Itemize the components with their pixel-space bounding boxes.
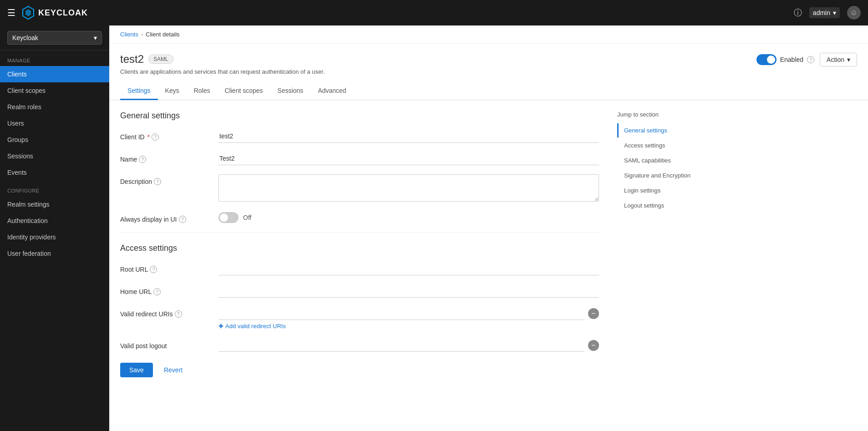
home-url-label: Home URL ? [120, 284, 211, 295]
enabled-label: Enabled [780, 56, 803, 63]
save-button[interactable]: Save [120, 363, 153, 377]
description-input-wrapper [218, 174, 599, 203]
content-area: General settings Client ID * ? Name [109, 100, 868, 388]
realm-dropdown-icon: ▾ [94, 34, 97, 41]
tab-roles-label: Roles [194, 87, 210, 94]
sidebar-item-events[interactable]: Events [0, 164, 109, 181]
valid-post-logout-label: Valid post logout [120, 339, 211, 350]
valid-redirect-label: Valid redirect URIs ? [120, 307, 211, 318]
sidebar-item-groups[interactable]: Groups [0, 132, 109, 148]
jump-general-settings-label: General settings [624, 127, 667, 134]
valid-post-logout-input[interactable] [218, 339, 584, 352]
svg-marker-1 [25, 9, 31, 16]
jump-signature-encryption-label: Signature and Encryption [624, 172, 690, 179]
valid-redirect-help-icon[interactable]: ? [175, 310, 182, 318]
always-display-field: Always display in UI ? Off [120, 212, 599, 223]
action-button[interactable]: Action ▾ [820, 53, 857, 66]
name-input[interactable] [218, 152, 599, 165]
sidebar-item-authentication[interactable]: Authentication [0, 213, 109, 229]
description-textarea[interactable] [218, 174, 599, 202]
home-url-input[interactable] [218, 284, 599, 298]
tab-settings[interactable]: Settings [120, 82, 158, 100]
help-icon[interactable]: ⓘ [794, 7, 802, 18]
tab-advanced-label: Advanced [318, 87, 346, 94]
breadcrumb-separator: › [141, 31, 143, 38]
jump-item-access-settings[interactable]: Access settings [617, 138, 703, 152]
jump-item-login-settings[interactable]: Login settings [617, 183, 703, 198]
tab-roles[interactable]: Roles [187, 82, 218, 100]
realm-dropdown[interactable]: Keycloak ▾ [7, 31, 102, 45]
sidebar-item-user-federation[interactable]: User federation [0, 245, 109, 262]
root-url-help-icon[interactable]: ? [150, 266, 157, 273]
name-help-icon[interactable]: ? [139, 156, 146, 163]
app-logo: KEYCLOAK [21, 5, 794, 20]
sidebar-item-identity-providers[interactable]: Identity providers [0, 229, 109, 245]
plus-icon: ✚ [218, 323, 223, 330]
jump-item-saml-capabilities[interactable]: SAML capabilities [617, 153, 703, 167]
valid-post-logout-field: Valid post logout − [120, 339, 599, 352]
enabled-toggle[interactable] [756, 54, 777, 65]
always-display-help-icon[interactable]: ? [179, 216, 186, 223]
user-menu[interactable]: admin ▾ [809, 7, 840, 18]
hamburger-menu-icon[interactable]: ☰ [7, 7, 15, 18]
breadcrumb-clients-link[interactable]: Clients [120, 31, 138, 38]
revert-button[interactable]: Revert [157, 363, 190, 377]
valid-redirect-remove-button[interactable]: − [588, 308, 599, 319]
general-settings-heading: General settings [120, 111, 599, 121]
name-label: Name ? [120, 152, 211, 163]
realm-name: Keycloak [12, 34, 38, 41]
sidebar-item-authentication-label: Authentication [7, 217, 48, 224]
tab-keys[interactable]: Keys [158, 82, 187, 100]
description-help-icon[interactable]: ? [154, 178, 161, 185]
sidebar-item-clients[interactable]: Clients [0, 66, 109, 82]
sidebar-item-realm-roles-label: Realm roles [7, 103, 41, 111]
app-body: Keycloak ▾ Manage Clients Client scopes … [0, 25, 868, 431]
breadcrumb: Clients › Client details [109, 25, 868, 44]
jump-item-logout-settings[interactable]: Logout settings [617, 198, 703, 213]
description-field: Description ? [120, 174, 599, 203]
root-url-input-wrapper [218, 262, 599, 275]
sidebar-item-sessions[interactable]: Sessions [0, 148, 109, 164]
sidebar-item-users[interactable]: Users [0, 115, 109, 132]
root-url-field: Root URL ? [120, 262, 599, 275]
description-label: Description ? [120, 174, 211, 185]
always-display-toggle[interactable] [218, 212, 239, 223]
sidebar-item-realm-settings[interactable]: Realm settings [0, 196, 109, 213]
tab-advanced[interactable]: Advanced [310, 82, 353, 100]
required-marker: * [147, 133, 150, 141]
keycloak-logo-icon [21, 5, 36, 20]
add-valid-redirect-link[interactable]: ✚ Add valid redirect URIs [218, 323, 599, 330]
jump-item-general-settings[interactable]: General settings [617, 123, 703, 137]
jump-item-signature-encryption[interactable]: Signature and Encryption [617, 168, 703, 183]
valid-redirect-field: Valid redirect URIs ? − ✚ Add valid redi… [120, 307, 599, 330]
user-name: admin [813, 9, 830, 16]
valid-post-logout-remove-button[interactable]: − [588, 340, 599, 351]
client-id-input-wrapper [218, 130, 599, 143]
jump-login-settings-label: Login settings [624, 187, 660, 194]
tab-keys-label: Keys [165, 87, 179, 94]
sidebar-item-groups-label: Groups [7, 136, 28, 143]
manage-section-label: Manage [0, 51, 109, 66]
valid-redirect-input[interactable] [218, 307, 584, 320]
tab-sessions[interactable]: Sessions [270, 82, 311, 100]
client-id-field: Client ID * ? [120, 130, 599, 143]
sidebar-item-realm-roles[interactable]: Realm roles [0, 99, 109, 115]
jump-saml-capabilities-label: SAML capabilities [624, 157, 671, 164]
client-id-help-icon[interactable]: ? [152, 133, 159, 141]
tab-sessions-label: Sessions [278, 87, 304, 94]
enabled-help-icon[interactable]: ? [807, 56, 814, 63]
access-settings-heading: Access settings [120, 243, 599, 253]
home-url-help-icon[interactable]: ? [153, 288, 161, 295]
client-id-input[interactable] [218, 130, 599, 143]
home-url-field: Home URL ? [120, 284, 599, 298]
sidebar-item-users-label: Users [7, 120, 24, 127]
sidebar-item-client-scopes[interactable]: Client scopes [0, 82, 109, 99]
always-display-label: Always display in UI ? [120, 212, 211, 223]
avatar[interactable]: ☺ [847, 6, 861, 20]
page-subtitle: Clients are applications and services th… [120, 68, 325, 75]
add-redirect-label: Add valid redirect URIs [225, 323, 286, 330]
configure-section-label: Configure [0, 181, 109, 196]
name-input-wrapper [218, 152, 599, 165]
root-url-input[interactable] [218, 262, 599, 275]
tab-client-scopes[interactable]: Client scopes [218, 82, 270, 100]
